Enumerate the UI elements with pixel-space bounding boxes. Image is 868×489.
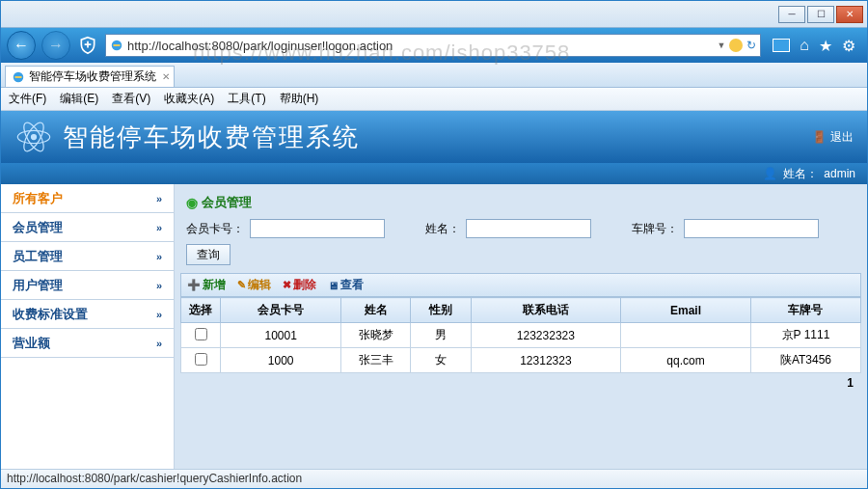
chevron-right-icon: » — [156, 222, 162, 233]
col-card: 会员卡号 — [221, 298, 340, 323]
add-button[interactable]: ➕新增 — [187, 277, 226, 293]
card-label: 会员卡号： — [186, 221, 244, 237]
name-input[interactable] — [466, 219, 591, 238]
chevron-right-icon: » — [156, 338, 162, 349]
browser-tab[interactable]: 智能停车场收费管理系统 ✕ — [5, 66, 175, 87]
app-title: 智能停车场收费管理系统 — [63, 121, 360, 154]
sidebar-item-label: 收费标准设置 — [13, 306, 88, 323]
delete-button[interactable]: ✖删除 — [283, 277, 316, 293]
col-name: 姓名 — [340, 298, 411, 323]
sidebar-item-label: 员工管理 — [13, 248, 63, 265]
cell-plate: 陕AT3456 — [750, 348, 860, 373]
workspace: 所有客户»会员管理»员工管理»用户管理»收费标准设置»营业额» ◉ 会员管理 会… — [1, 184, 867, 469]
sidebar-item-label: 会员管理 — [13, 219, 63, 236]
menu-help[interactable]: 帮助(H) — [280, 91, 319, 107]
bullet-icon: ◉ — [186, 195, 198, 210]
sidebar-item-3[interactable]: 用户管理» — [1, 271, 174, 300]
sidebar-item-2[interactable]: 员工管理» — [1, 242, 174, 271]
col-sel: 选择 — [181, 298, 221, 323]
chevron-right-icon: » — [156, 309, 162, 320]
address-bar[interactable]: ▼ ↻ — [105, 34, 761, 57]
menu-edit[interactable]: 编辑(E) — [60, 91, 98, 107]
smiley-icon[interactable] — [729, 39, 743, 52]
name-label: 姓名： — [425, 221, 460, 237]
browser-right-icons: ⌂ ★ ⚙ — [767, 37, 861, 55]
search-row: 会员卡号： 姓名： 车牌号： 查询 — [180, 215, 861, 269]
status-bar: http://localhost:8080/park/cashier!query… — [1, 469, 867, 488]
query-button[interactable]: 查询 — [186, 244, 231, 265]
minimize-button[interactable]: ─ — [778, 6, 805, 23]
menu-favorites[interactable]: 收藏夹(A) — [164, 91, 214, 107]
card-input[interactable] — [250, 219, 385, 238]
cell-name: 张三丰 — [340, 348, 411, 373]
forward-button[interactable]: → — [41, 31, 70, 60]
cell-gender: 男 — [411, 323, 471, 348]
delete-icon: ✖ — [283, 279, 291, 291]
logout-label: 退出 — [830, 129, 854, 146]
user-icon: 👤 — [763, 167, 777, 180]
edit-button[interactable]: ✎编辑 — [237, 277, 271, 293]
maximize-button[interactable]: ☐ — [807, 6, 834, 23]
content-area: ◉ 会员管理 会员卡号： 姓名： 车牌号： 查询 ➕新增 ✎编辑 ✖删除 🖥查看… — [175, 184, 867, 469]
sidebar-item-label: 营业额 — [13, 335, 50, 352]
table-row[interactable]: 1000张三丰女12312323qq.com陕AT3456 — [181, 348, 861, 373]
sidebar-item-label: 所有客户 — [13, 190, 63, 207]
window-titlebar: ─ ☐ ✕ — [1, 1, 867, 28]
pager: 1 — [180, 373, 861, 393]
tab-close-icon[interactable]: ✕ — [162, 71, 170, 82]
menu-file[interactable]: 文件(F) — [9, 91, 46, 107]
refresh-icon[interactable]: ↻ — [746, 39, 756, 52]
username-label: 姓名： — [783, 166, 818, 182]
dropdown-icon[interactable]: ▼ — [717, 41, 725, 50]
panel-title: ◉ 会员管理 — [180, 190, 861, 215]
gear-icon[interactable]: ⚙ — [842, 37, 855, 55]
table-row[interactable]: 10001张晓梦男123232323京P 1111 — [181, 323, 861, 348]
shield-icon[interactable] — [76, 34, 99, 57]
favorites-icon[interactable]: ★ — [819, 37, 832, 55]
cell-email — [621, 323, 751, 348]
browser-tabstrip: 智能停车场收费管理系统 ✕ — [1, 63, 867, 88]
cell-phone: 12312323 — [471, 348, 621, 373]
data-grid: 选择会员卡号姓名性别联系电话Email车牌号 10001张晓梦男12323232… — [180, 297, 861, 373]
row-checkbox[interactable] — [195, 328, 207, 340]
cell-gender: 女 — [411, 348, 471, 373]
chevron-right-icon: » — [156, 251, 162, 262]
logout-link[interactable]: 🚪 退出 — [812, 129, 854, 146]
plate-label: 车牌号： — [632, 221, 678, 237]
back-button[interactable]: ← — [7, 31, 36, 60]
logo-icon — [14, 118, 53, 156]
cell-card: 1000 — [221, 348, 340, 373]
plate-input[interactable] — [684, 219, 819, 238]
sidebar-item-0[interactable]: 所有客户» — [1, 184, 174, 213]
logout-icon: 🚪 — [812, 130, 827, 144]
menu-view[interactable]: 查看(V) — [112, 91, 150, 107]
menu-tools[interactable]: 工具(T) — [228, 91, 265, 107]
svg-point-5 — [32, 135, 37, 140]
col-gender: 性别 — [411, 298, 471, 323]
edit-icon: ✎ — [237, 279, 246, 291]
cell-card: 10001 — [221, 323, 340, 348]
cell-name: 张晓梦 — [340, 323, 411, 348]
grid-toolbar: ➕新增 ✎编辑 ✖删除 🖥查看 — [180, 273, 861, 297]
row-checkbox[interactable] — [195, 353, 207, 366]
sidebar-item-1[interactable]: 会员管理» — [1, 213, 174, 242]
ie-icon — [110, 39, 123, 52]
tab-title: 智能停车场收费管理系统 — [29, 68, 156, 85]
user-strip: 👤 姓名： admin — [1, 163, 867, 184]
username-value: admin — [824, 167, 855, 180]
home-icon[interactable]: ⌂ — [800, 37, 809, 54]
close-button[interactable]: ✕ — [836, 6, 863, 23]
view-icon: 🖥 — [328, 280, 339, 291]
picture-icon[interactable] — [773, 39, 790, 52]
chevron-right-icon: » — [156, 193, 162, 204]
sidebar-item-4[interactable]: 收费标准设置» — [1, 300, 174, 329]
sidebar-item-5[interactable]: 营业额» — [1, 329, 174, 358]
panel-title-text: 会员管理 — [202, 194, 252, 211]
view-button[interactable]: 🖥查看 — [328, 277, 364, 293]
ie-icon — [12, 70, 25, 84]
app-header: 智能停车场收费管理系统 🚪 退出 — [1, 111, 867, 163]
url-input[interactable] — [127, 39, 713, 53]
add-icon: ➕ — [187, 279, 201, 291]
sidebar-item-label: 用户管理 — [13, 277, 63, 294]
col-email: Email — [621, 298, 751, 323]
